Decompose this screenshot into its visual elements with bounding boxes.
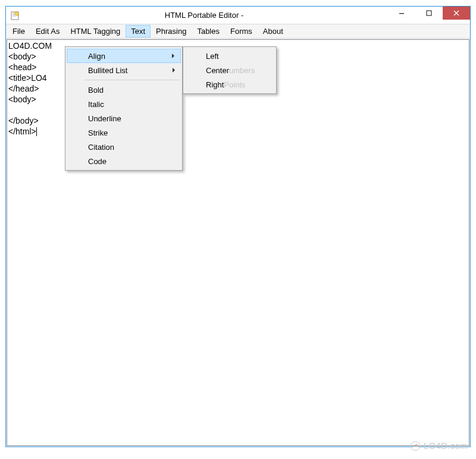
menuitem-align-right[interactable]: RightPoints [184,77,275,92]
menuitem-label: Left [206,52,219,61]
menuitem-label: Strike [88,128,108,137]
menuitem-align-center[interactable]: Centerumbers [184,63,275,77]
menu-edit-as[interactable]: Edit As [30,25,65,37]
menuitem-align[interactable]: Align [67,49,181,63]
menuitem-label: Bullited List [88,66,127,75]
minimize-button[interactable] [388,7,415,20]
menu-separator [84,80,180,80]
menu-html-tagging[interactable]: HTML Tagging [65,25,126,37]
text-cursor [36,127,37,136]
svg-rect-1 [399,13,404,14]
watermark: LO4D.com [411,441,468,451]
ghost-text: umbers [229,66,255,75]
submenu-arrow-icon [173,68,175,73]
menuitem-label: Right [206,80,224,89]
menuitem-underline[interactable]: Underline [67,111,181,125]
menu-text[interactable]: Text [126,25,151,37]
menu-file[interactable]: File [7,25,30,37]
menuitem-align-left[interactable]: Left [184,49,275,63]
close-button[interactable] [443,7,470,20]
menuitem-label: Underline [88,114,121,123]
app-icon [11,11,20,20]
menuitem-bold[interactable]: Bold [67,83,181,97]
menu-forms[interactable]: Forms [225,25,258,37]
menuitem-label: Center [206,66,229,75]
watermark-icon [411,441,420,451]
ghost-text: Points [224,80,245,89]
menu-about[interactable]: About [258,25,289,37]
menuitem-strike[interactable]: Strike [67,125,181,140]
align-submenu: Left Centerumbers RightPoints [183,46,277,94]
menuitem-label: Code [88,157,107,166]
window-controls [388,7,470,24]
svg-rect-2 [427,11,431,15]
menu-phrasing[interactable]: Phrasing [151,25,192,37]
submenu-arrow-icon [172,54,174,58]
text-dropdown: Align Bullited List Bold Italic Underlin… [65,46,183,171]
menuitem-label: Italic [88,100,104,109]
menuitem-citation[interactable]: Citation [67,140,181,154]
maximize-button[interactable] [415,7,443,20]
menuitem-bullited-list[interactable]: Bullited List [67,63,181,77]
titlebar: HTML Portable Editor - [6,7,470,24]
editor-content: LO4D.COM <body> <head> <title>LO4 </head… [8,41,52,136]
menuitem-label: Citation [88,143,114,152]
menuitem-label: Bold [88,86,104,95]
menu-tables[interactable]: Tables [192,25,225,37]
window-title: HTML Portable Editor - [20,11,388,20]
watermark-text: LO4D.com [424,441,468,451]
menuitem-code[interactable]: Code [67,154,181,168]
menuitem-italic[interactable]: Italic [67,97,181,111]
menubar: File Edit As HTML Tagging Text Phrasing … [6,24,470,39]
menuitem-label: Align [88,52,105,61]
